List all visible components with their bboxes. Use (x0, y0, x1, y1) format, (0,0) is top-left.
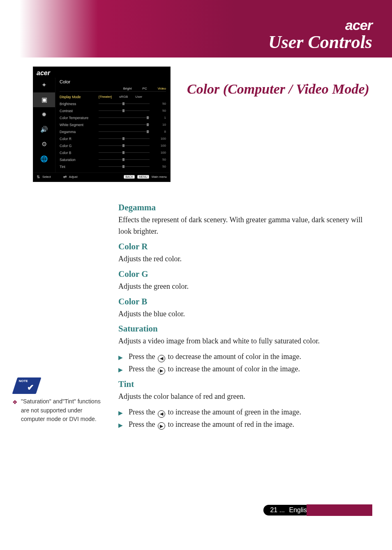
brand-logo: acer (345, 17, 372, 33)
osd-icon-color: ✹ (33, 107, 55, 122)
osd-row-display-mode: Display Mode [Theater] sRGB User (60, 93, 166, 100)
sat-bullet-1: Press the ◀ to decrease the amount of co… (129, 351, 301, 363)
heading-color-r: Color R (118, 242, 372, 252)
osd-slider-track (99, 130, 156, 133)
diamond-bullet-icon: ❖ (12, 398, 18, 424)
text-color-r: Adjusts the red color. (118, 253, 372, 265)
note-icon (12, 377, 42, 394)
section-title: Color (Computer / Video Mode) (187, 79, 369, 99)
osd-slider-track (99, 165, 156, 168)
tint-bullets: ▶ Press the ◀ to increase the amount of … (118, 407, 372, 430)
osd-slider-value: 10 (156, 123, 166, 127)
left-arrow-button-icon: ◀ (158, 355, 165, 362)
osd-mode-srgb: sRGB (119, 95, 128, 99)
osd-slider-label: Brightness (60, 102, 99, 106)
osd-slider-row: Contrast50 (60, 107, 166, 114)
osd-tab-video: Video (158, 87, 166, 90)
heading-degamma: Degamma (118, 203, 372, 213)
text-degamma: Effects the represent of dark scenery. W… (118, 214, 372, 237)
page-number-pill: 21 ... English (263, 505, 311, 515)
osd-icon-management: ⚙ (33, 137, 55, 152)
osd-slider-row: Color Temperature1 (60, 114, 166, 121)
osd-slider-row: Color R100 (60, 135, 166, 142)
osd-slider-track (99, 109, 156, 113)
osd-slider-row: Saturation50 (60, 156, 166, 163)
osd-slider-track (99, 102, 156, 106)
chevron-right-icon: ▶ (118, 366, 123, 375)
osd-tab-pc: PC (143, 87, 147, 90)
osd-icon-language: 🌐 (33, 152, 55, 166)
page-dots: ... (279, 506, 285, 513)
osd-brand: acer (33, 67, 170, 78)
text-color-g: Adjusts the green color. (118, 281, 372, 292)
chevron-right-icon: ▶ (118, 421, 123, 430)
chevron-right-icon: ▶ (118, 353, 123, 362)
osd-slider-value: 100 (156, 137, 166, 140)
osd-category-icons: ✦ ▣ ✹ 🔊 ⚙ 🌐 (33, 78, 55, 173)
heading-tint: Tint (118, 379, 372, 389)
osd-slider-track (99, 144, 156, 147)
osd-foot-select: Select (42, 175, 51, 179)
tint-bullet-2: Press the ▶ to increase the amount of re… (129, 419, 294, 430)
osd-slider-row: Tint50 (60, 163, 166, 170)
page-footer: 21 ... English (0, 504, 392, 541)
osd-slider-value: 8 (156, 130, 166, 133)
osd-slider-row: Color B100 (60, 149, 166, 156)
osd-menu-button: MENU (137, 175, 149, 179)
osd-slider-value: 50 (156, 109, 166, 113)
osd-slider-label: Color B (60, 151, 99, 155)
osd-foot-mainmenu: Main menu (152, 175, 167, 179)
osd-slider-label: Saturation (60, 158, 99, 162)
osd-displaymode-label: Display Mode (60, 95, 99, 99)
right-arrow-button-icon: ▶ (158, 367, 165, 375)
heading-color-b: Color B (118, 297, 372, 307)
osd-slider-value: 50 (156, 102, 166, 106)
tint-bullet-1: Press the ◀ to increase the amount of gr… (129, 407, 301, 418)
osd-icon-compass: ✦ (33, 78, 55, 92)
header-title: User Controls (268, 32, 372, 53)
osd-slider-label: White Segment (60, 123, 99, 127)
osd-slider-track (99, 123, 156, 127)
sat-bullet-2: Press the ▶ to increase the amount of co… (129, 364, 300, 375)
osd-slider-label: Tint (60, 165, 99, 169)
right-arrow-button-icon: ▶ (158, 422, 165, 430)
osd-slider-row: Color G100 (60, 142, 166, 149)
updown-icon: ⇅ (37, 175, 40, 179)
osd-slider-value: 100 (156, 151, 166, 154)
osd-foot-adjust: Adjust (69, 175, 78, 179)
header-banner: acer User Controls (0, 0, 392, 58)
text-color-b: Adjusts the blue color. (118, 308, 372, 320)
note-block: ❖ "Saturation" and"Tint" functions are n… (12, 377, 107, 424)
osd-slider-label: Color Temperature (60, 116, 99, 120)
osd-slider-label: Color R (60, 137, 99, 141)
osd-back-button: BACK (124, 175, 135, 179)
osd-slider-track (99, 151, 156, 154)
osd-slider-track (99, 116, 156, 120)
osd-slider-value: 100 (156, 144, 166, 147)
osd-panel-title: Color (60, 79, 166, 84)
leftright-icon: ⇄ (63, 175, 67, 179)
osd-slider-row: Degamma8 (60, 128, 166, 135)
osd-icon-image: ▣ (33, 92, 55, 107)
osd-slider-value: 50 (156, 158, 166, 161)
osd-slider-track (99, 158, 156, 161)
osd-slider-value: 1 (156, 116, 166, 120)
osd-source-tabs: Bright PC Video (60, 87, 166, 90)
osd-slider-label: Degamma (60, 130, 99, 134)
text-saturation: Adjusts a video image from black and whi… (118, 336, 372, 347)
osd-slider-row: Brightness50 (60, 100, 166, 107)
osd-slider-track (99, 137, 156, 140)
osd-footer: ⇅ Select ⇄ Adjust BACK MENU Main menu (33, 173, 170, 182)
osd-icon-audio: 🔊 (33, 122, 55, 137)
heading-saturation: Saturation (118, 324, 372, 334)
heading-color-g: Color G (118, 269, 372, 279)
osd-screenshot: acer ✦ ▣ ✹ 🔊 ⚙ 🌐 Color Bright PC Video D (33, 67, 171, 182)
page-number: 21 (270, 506, 277, 513)
osd-mode-user: User (135, 95, 142, 99)
note-text: "Saturation" and"Tint" functions are not… (21, 397, 107, 424)
text-tint: Adjusts the color balance of red and gre… (118, 391, 372, 403)
osd-mode-theater: [Theater] (99, 95, 112, 99)
footer-bar (307, 504, 372, 516)
osd-tab-bright: Bright (123, 87, 132, 90)
osd-slider-label: Contrast (60, 109, 99, 113)
